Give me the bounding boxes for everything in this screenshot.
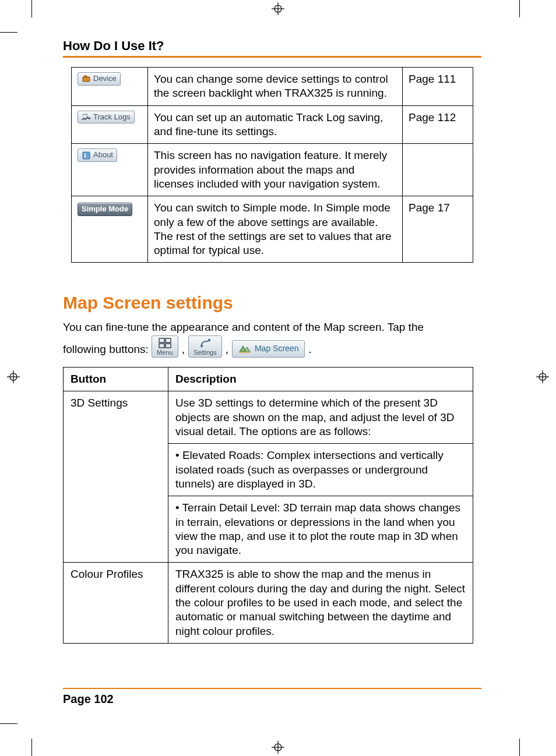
col-header-button: Button (64, 368, 168, 391)
description-cell: This screen has no navigation feature. I… (148, 144, 403, 196)
svg-point-15 (85, 114, 86, 115)
page-header: How Do I Use It? (63, 38, 481, 56)
simplemode-button: Simple Mode (78, 203, 132, 216)
end-punct: . (308, 342, 311, 358)
crop-mark (0, 723, 17, 724)
description-cell: • Terrain Detail Level: 3D terrain map d… (168, 496, 473, 563)
description-cell: • Elevated Roads: Complex intersections … (168, 444, 473, 496)
icon-label: Track Logs (93, 112, 131, 122)
svg-rect-18 (85, 153, 86, 154)
icon-label: Device (93, 74, 117, 84)
content-area: How Do I Use It? Device You can change s… (63, 38, 481, 644)
button-name: 3D Settings (64, 391, 168, 563)
menu-button: Menu (152, 335, 178, 358)
description-cell: You can switch to Simple mode. In Simple… (148, 196, 403, 263)
table-row: Simple Mode You can switch to Simple mod… (72, 196, 473, 263)
device-button: Device (78, 72, 121, 86)
registration-mark-icon (272, 741, 284, 754)
svg-point-24 (208, 339, 210, 341)
menu-icon (159, 338, 171, 348)
button-label: Settings (193, 349, 217, 356)
section-title: Map Screen settings (63, 293, 481, 313)
icon-label: Simple Mode (82, 204, 128, 214)
button-label: Menu (157, 349, 173, 356)
page-ref: Page 17 (403, 196, 473, 263)
settings-table: Device You can change some device settin… (71, 67, 473, 263)
intro-line-2: following buttons: (63, 343, 149, 355)
intro-paragraph: You can fine-tune the appearance and con… (63, 320, 481, 358)
col-header-desc: Description (168, 368, 473, 391)
about-button: About (78, 149, 117, 162)
crop-mark (519, 0, 520, 17)
description-cell: Use 3D settings to determine which of th… (168, 391, 473, 444)
button-name: Colour Profiles (64, 563, 168, 644)
svg-rect-21 (166, 338, 171, 342)
settings-button: Settings (188, 335, 222, 358)
footer-rule (63, 688, 481, 689)
page-ref: Page 111 (403, 68, 473, 106)
svg-rect-23 (166, 344, 171, 348)
page: How Do I Use It? Device You can change s… (0, 0, 556, 756)
button-label: Map Screen (255, 343, 298, 355)
registration-mark-icon (272, 2, 284, 15)
intro-line-1: You can fine-tune the appearance and con… (63, 321, 424, 333)
tracklogs-button: Track Logs (78, 111, 135, 124)
page-ref (403, 144, 473, 196)
page-number: Page 102 (63, 693, 481, 706)
table-header-row: Button Description (64, 368, 473, 391)
page-ref: Page 112 (403, 105, 473, 144)
mapscreen-icon (238, 344, 251, 354)
crop-mark (519, 739, 520, 756)
table-row: Colour Profiles TRAX325 is able to show … (64, 563, 473, 644)
svg-point-14 (83, 114, 84, 115)
description-cell: TRAX325 is able to show the map and the … (168, 563, 473, 644)
tracklogs-icon (82, 112, 91, 122)
header-rule (63, 56, 481, 58)
svg-rect-17 (83, 152, 90, 159)
table-row: Device You can change some device settin… (72, 68, 473, 106)
device-icon (82, 74, 91, 83)
svg-point-16 (86, 114, 87, 115)
description-cell: You can change some device settings to c… (148, 68, 403, 106)
table-row: Track Logs You can set up an automatic T… (72, 105, 473, 144)
svg-rect-20 (159, 338, 164, 342)
settings-icon (199, 338, 212, 348)
crop-mark (0, 32, 17, 33)
page-footer: Page 102 (63, 688, 481, 706)
svg-rect-19 (85, 155, 86, 158)
registration-mark-icon (536, 370, 549, 383)
crop-mark (31, 739, 32, 756)
separator: , (226, 342, 228, 358)
table-row: About This screen has no navigation feat… (72, 144, 473, 196)
crop-mark (31, 0, 32, 17)
description-cell: You can set up an automatic Track Log sa… (148, 105, 403, 144)
svg-rect-13 (84, 76, 87, 77)
about-icon (82, 151, 91, 160)
mapscreen-button: Map Screen (232, 340, 305, 358)
table-row: 3D Settings Use 3D settings to determine… (64, 391, 473, 444)
mapscreen-settings-table: Button Description 3D Settings Use 3D se… (63, 367, 473, 644)
icon-label: About (93, 150, 113, 160)
svg-rect-22 (159, 344, 164, 348)
svg-rect-25 (239, 352, 251, 353)
separator: , (182, 342, 185, 358)
registration-mark-icon (7, 370, 20, 383)
